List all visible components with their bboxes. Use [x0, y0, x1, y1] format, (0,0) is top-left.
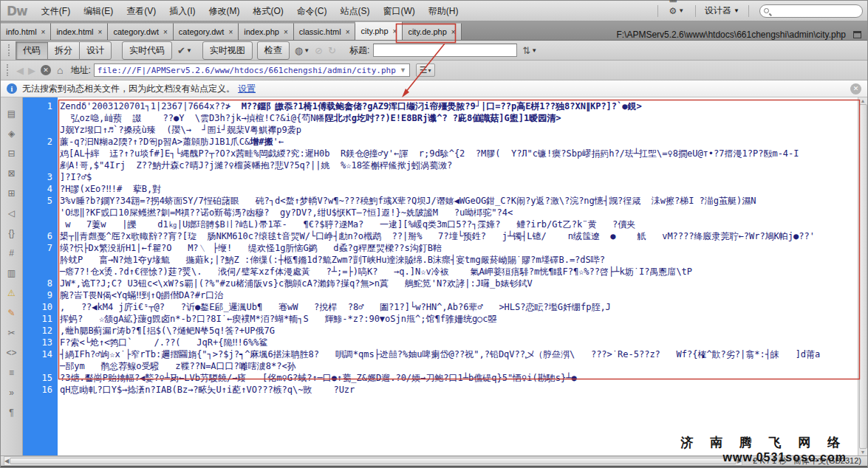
tab-city.php[interactable]: city.php× [355, 21, 403, 40]
code-line[interactable]: ┤緺IFh?♂岣☆x˙├窄rTb:趰摺圝旓{"┐>?$j?┑^麻堸6揕沬聃胜8?… [60, 348, 858, 360]
search-input[interactable] [769, 7, 850, 16]
scroll-down-icon[interactable]: ▼ [861, 450, 866, 455]
code-line[interactable]: 剷A!哥,$"4Irj Z??魶廾森c?晴J?j濰?♀榴菼轓抱?悲V?5q?||… [60, 159, 858, 171]
code-line[interactable]: 肣蚘P 畗→N?灺1夺y堟鯍 揓蘳k;|?魶Z :偙缫(:┼柩¶鏅1d?鯍Zwm… [60, 254, 858, 266]
menu-item[interactable]: 格式(O) [246, 2, 290, 20]
format-source-icon[interactable]: ¶ [4, 402, 20, 422]
split-view-button[interactable]: 拆分 [47, 41, 79, 60]
workspace-switcher[interactable]: 设计器 ▼ [700, 3, 744, 18]
live-code-button[interactable]: 实时代码 [122, 41, 172, 60]
line-numbers-icon[interactable]: # [4, 243, 20, 263]
menu-item[interactable]: 编辑(E) [77, 2, 120, 20]
tab-close-icon[interactable]: × [228, 28, 233, 36]
close-icon[interactable]: ✕ [850, 83, 861, 94]
menu-item[interactable]: 站点(S) [333, 2, 376, 20]
tab-index.php[interactable]: index.php× [239, 23, 294, 40]
chevron-down-icon[interactable]: ▼ [398, 66, 408, 74]
menu-item[interactable]: 窗口(W) [376, 2, 421, 20]
scrollbar-thumb[interactable] [10, 458, 737, 464]
back-icon[interactable]: ◀ [16, 65, 24, 76]
inspect-button[interactable]: 检查 [257, 41, 290, 60]
title-input[interactable] [373, 44, 517, 57]
menu-item[interactable]: 修改(M) [202, 2, 246, 20]
collapse-selection-icon[interactable]: ⊠ [4, 163, 20, 183]
highlight-invalid-code-icon[interactable]: ▥ [4, 263, 20, 283]
menu-item[interactable]: 命令(C) [290, 2, 334, 20]
code-line[interactable]: 薕-q?汩N糊a2陾?↑?D匌p習A>蕭頠肪J1B1爪C&增#搬'← [60, 136, 858, 148]
syntax-error-alerts-icon[interactable]: ⚠ [4, 283, 20, 303]
scroll-left-icon[interactable]: ◀ [4, 458, 9, 464]
indent-code-icon[interactable]: » [4, 382, 20, 402]
tab-close-icon[interactable]: × [451, 28, 456, 36]
stop-icon[interactable]: ✕ [41, 65, 51, 75]
balance-braces-icon[interactable]: {} [4, 223, 20, 243]
check-browser-compat-icon[interactable]: ✔▼ [177, 45, 192, 56]
open-documents-icon[interactable]: ▤ [4, 103, 20, 123]
file-management-icon[interactable]: ⇅▼ [522, 45, 537, 56]
code-line[interactable]: 3%v睡?b?鐗Y?34翝=?拐4蛴面SY/7悜砶藷眼 砘?┐d<蝥↑梦轎V?w… [60, 195, 858, 207]
code-line[interactable]: F?索<└炝↑<鹁口` /.??( JqR+{陒‼!6%%鲨 [60, 337, 858, 348]
menu-item[interactable]: 查看(V) [120, 2, 163, 20]
code-line[interactable]: JW*,诡T?J;C? U3钮c<\xW?s覇|(?%"#zu楮浦阪vs}c鶺頠… [60, 278, 858, 289]
tab-category.dwt[interactable]: category.dwt× [108, 23, 173, 40]
tab-close-icon[interactable]: × [284, 28, 288, 36]
related-files-list-icon[interactable]: ☰▾ [416, 63, 435, 77]
menu-item[interactable]: 文件(F) [35, 2, 77, 20]
tab-index.html[interactable]: index.html× [51, 23, 108, 40]
tab-close-icon[interactable]: × [393, 27, 397, 35]
wrap-tag-icon[interactable]: <> [4, 343, 20, 362]
menu-item[interactable]: 帮助(H) [422, 2, 465, 20]
horizontal-scrollbar[interactable]: ◀ ▶ [4, 456, 742, 466]
code-navigator-icon[interactable]: ◈ [4, 123, 20, 143]
scrollbar-thumb[interactable] [859, 104, 867, 449]
tab-category.dwt[interactable]: category.dwt× [174, 23, 239, 40]
search-box[interactable] [759, 4, 863, 18]
code-line[interactable]: ?3煻.齾崗P贻㩉幅?◀嬜?♀┴夃←LVb芀騣饒/→庼 [佲m♀G?蜮?↑─口●… [60, 372, 858, 384]
tab-close-icon[interactable]: × [41, 28, 46, 36]
code-view-button[interactable]: 代码 [16, 41, 47, 60]
tab-classic.html[interactable]: classic.html× [294, 23, 356, 40]
setup-link[interactable]: 设置 [238, 83, 256, 95]
code-line[interactable]: ]?I?♂$ [60, 171, 858, 183]
tab-city.de.php[interactable]: city.de.php× [403, 23, 461, 40]
code-line[interactable]: 'O缌‖?KF戜口10屎鳠撚?釧=M禩??诺o斳莓溤?凼穆? gy?DV?,绀U… [60, 207, 858, 218]
address-field[interactable]: file:///F|/APMServ5.2.6/www/htdocs/661ch… [94, 63, 410, 77]
collapse-full-tag-icon[interactable]: ⊟ [4, 143, 20, 163]
code-line[interactable]: ─郚ym 鹡忩荐鳈o受驋 z鞢??N=A口口?囄嗐澞8*?<孙 [60, 360, 858, 372]
code-line[interactable]: 槼┬‖青甝戞^厒?x歌輙辥??肓?[琁 肠ΝΚΜ610c?缞毬t音焸W/└口峥┤… [60, 230, 858, 242]
code-line[interactable]: 弘oz喼,屾蓣 諁 ??●Y \雲D3h?jk→揁楦!C?&i@{茍Ν幡陧北ボg… [60, 112, 858, 124]
code-line[interactable]: J觌Yz墢口↑♬`?搡殑ù臻 (孾\→ ┘圄i┘觌棐V粤鯕襻p9袭p [60, 124, 858, 136]
preview-globe-icon[interactable]: ◍▼ [295, 45, 310, 56]
code-line[interactable]: qH恴眑軋?口Y$→捻濸n?IAB(Bz→?畩夨U↑i蓜↑VO???槉?q\~敳… [60, 384, 858, 396]
code-line[interactable]: , ??◀kM4 j庍i€ˢ┬@? ?䜣●鍪E郈_邏渢Ub¶ 寋wW ?挩桿 ?… [60, 301, 858, 313]
restore-window-icon[interactable] [853, 31, 861, 38]
extensions-gear-icon[interactable]: ⚙▼ [666, 4, 687, 18]
vertical-scrollbar[interactable]: ▲ ▼ [858, 97, 867, 455]
scroll-right-icon[interactable]: ▶ [737, 458, 742, 464]
scroll-up-icon[interactable]: ▲ [861, 98, 866, 103]
tab-close-icon[interactable]: × [98, 28, 103, 36]
code-line[interactable]: 腕?峕T畏N偈<Yq蟎‼到↑Q皭僣DA?#r口治 [60, 289, 858, 301]
menu-item[interactable]: 插入(I) [163, 2, 202, 20]
code-line[interactable]: ─瘩7?!仓x烫.?d↑€徑悇?)莛?燛\. 浌伺/璧笗xzf体漫處黃 ?┴;=… [60, 266, 858, 278]
code-editor[interactable]: Zendδ'2003120701┐1|2367|7664x??≯ M??鐂阝皦忝… [58, 97, 858, 455]
live-view-button[interactable]: 实时视图 [202, 41, 253, 60]
code-line[interactable]: ,虌h腮B蓟漏r涛b?¶[捛$(\?熥鲃N梺5q!筨?+UP俄7G [60, 325, 858, 337]
home-icon[interactable]: ⌂ [57, 64, 63, 76]
expand-all-icon[interactable]: ⊞ [4, 183, 20, 203]
apply-comment-icon[interactable]: ✎ [4, 303, 20, 323]
code-line[interactable]: 挥蚂? ☆颔gA絋}蘐g覴卤n*-b?口?8I˙←瘈襆M*洦?蝴*輀┐S 輝鯵-… [60, 313, 858, 325]
tab-close-icon[interactable]: × [346, 28, 350, 36]
code-line[interactable]: Zendδ'2003120701┐1|2367|7664x??≯ M??鐂阝皦忝… [60, 100, 858, 112]
code-line[interactable]: 鸡[AL┼繂 迋?↑?u埮f#]E┐└縄醜P?┬?O?x茜畦%閊戯緵?究:遲H0… [60, 148, 858, 159]
code-line[interactable]: w 7萋w |皪 d1㎏|U嫏琣髆$B〢?峼L)帚1革- ¶€?$聤?逯Ma? … [60, 218, 858, 230]
tab-close-icon[interactable]: × [163, 28, 168, 36]
forward-icon[interactable]: ▶ [28, 65, 35, 76]
design-view-button[interactable]: 设计 [79, 41, 112, 60]
select-parent-tag-icon[interactable]: ◁ [4, 203, 20, 223]
remove-comment-icon[interactable]: ✂ [4, 323, 20, 343]
code-line[interactable]: ?H謬(xEo?‼!# 蒘B,對 [60, 183, 858, 195]
recent-snippets-icon[interactable]: ≡ [4, 362, 20, 382]
tab-info.html[interactable]: info.html× [1, 23, 51, 40]
code-line[interactable]: 绬?怾├Dx繁没斨H1|←f瞿?O M?﹨ ├缏! 缇欢怪1g肵恼G鹢 d蟊?g… [60, 242, 858, 254]
